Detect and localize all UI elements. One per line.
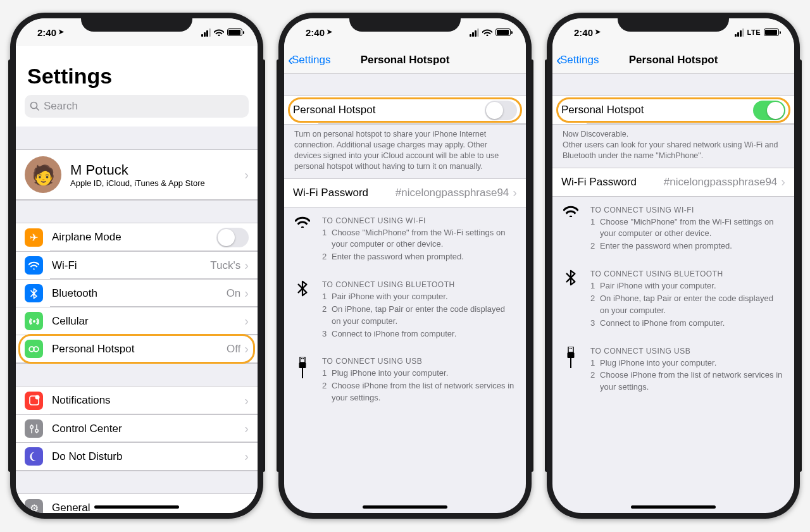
row-value: Off bbox=[227, 343, 240, 356]
hotspot-content: Personal Hotspot Turn on personal hotspo… bbox=[284, 74, 526, 513]
instruction-step: Connect to iPhone from computer. bbox=[600, 318, 725, 330]
row-label: Personal Hotspot bbox=[52, 343, 227, 356]
instruction-step: Pair iPhone with your computer. bbox=[600, 280, 716, 292]
instruction-heading: TO CONNECT USING BLUETOOTH bbox=[322, 280, 516, 289]
battery-icon bbox=[227, 28, 242, 36]
row-value: #nicelongpassphrase94 bbox=[396, 187, 509, 199]
battery-icon bbox=[495, 28, 511, 36]
phone-frame-2: 2:40 ➤ ‹ Settings Personal Hotspot bbox=[278, 13, 532, 519]
svg-rect-15 bbox=[299, 362, 306, 368]
chevron-right-icon: › bbox=[244, 393, 249, 408]
bluetooth-icon bbox=[563, 269, 579, 330]
row-label: Bluetooth bbox=[52, 287, 227, 300]
general-row[interactable]: ⚙︎ General › bbox=[16, 494, 258, 513]
chevron-right-icon: › bbox=[244, 421, 249, 436]
hotspot-toggle-group: Personal Hotspot bbox=[284, 96, 526, 125]
nav-title: Personal Hotspot bbox=[361, 54, 450, 66]
status-time: 2:40 bbox=[37, 27, 56, 38]
phone-frame-3: 2:40 ➤ LTE ‹ Settings Personal Hotspot P… bbox=[547, 13, 800, 519]
notch bbox=[349, 13, 461, 32]
status-time: 2:40 bbox=[306, 27, 325, 38]
chevron-right-icon: › bbox=[244, 258, 249, 273]
chevron-right-icon: › bbox=[781, 175, 785, 189]
cellular-row[interactable]: Cellular › bbox=[16, 307, 258, 335]
hotspot-icon bbox=[25, 340, 43, 358]
svg-rect-17 bbox=[568, 347, 573, 352]
hotspot-toggle[interactable] bbox=[485, 101, 517, 120]
row-label: Personal Hotspot bbox=[561, 104, 753, 116]
instruction-heading: TO CONNECT USING WI-FI bbox=[590, 206, 784, 214]
wifi-instructions: TO CONNECT USING WI-FI 1Choose "MichPhon… bbox=[552, 197, 794, 261]
notch bbox=[618, 13, 729, 32]
bluetooth-instructions: TO CONNECT USING BLUETOOTH 1Pair iPhone … bbox=[284, 271, 526, 348]
wifi-icon bbox=[214, 28, 224, 36]
bluetooth-row[interactable]: Bluetooth On › bbox=[16, 279, 258, 307]
row-label: Wi-Fi Password bbox=[293, 187, 396, 199]
wifi-password-row[interactable]: Wi-Fi Password #nicelongpassphrase94 › bbox=[284, 179, 526, 207]
home-indicator[interactable] bbox=[631, 505, 716, 509]
instruction-step: On iPhone, tap Pair or enter the code di… bbox=[600, 293, 784, 317]
row-label: Wi-Fi bbox=[52, 259, 210, 272]
hotspot-toggle-row[interactable]: Personal Hotspot bbox=[552, 96, 794, 124]
instruction-heading: TO CONNECT USING WI-FI bbox=[322, 216, 516, 225]
dnd-row[interactable]: Do Not Disturb › bbox=[16, 442, 258, 470]
row-label: Wi-Fi Password bbox=[561, 176, 664, 189]
search-icon bbox=[30, 101, 40, 111]
bluetooth-icon bbox=[294, 280, 311, 340]
hotspot-toggle-row[interactable]: Personal Hotspot bbox=[284, 96, 526, 124]
connectivity-group: ✈︎ Airplane Mode Wi-Fi Tuck's › B bbox=[16, 223, 258, 363]
hotspot-footer-note: Now Discoverable. Other users can look f… bbox=[552, 125, 794, 168]
chevron-right-icon: › bbox=[244, 501, 249, 514]
instruction-heading: TO CONNECT USING USB bbox=[322, 357, 516, 366]
notifications-row[interactable]: Notifications › bbox=[16, 387, 258, 414]
instruction-step: Choose "MichPhone" from the Wi-Fi settin… bbox=[600, 216, 784, 240]
wifi-password-group: Wi-Fi Password #nicelongpassphrase94 › bbox=[552, 168, 794, 197]
notifications-icon bbox=[25, 392, 43, 410]
profile-group: 🧑 M Potuck Apple ID, iCloud, iTunes & Ap… bbox=[16, 149, 258, 200]
moon-icon bbox=[25, 447, 43, 466]
location-icon: ➤ bbox=[327, 28, 332, 36]
row-value: #nicelongpassphrase94 bbox=[664, 176, 778, 189]
svg-point-9 bbox=[35, 429, 38, 432]
control-center-row[interactable]: Control Center › bbox=[16, 414, 258, 442]
chevron-right-icon: › bbox=[513, 185, 517, 200]
personal-hotspot-row[interactable]: Personal Hotspot Off › bbox=[16, 335, 258, 362]
airplane-toggle[interactable] bbox=[216, 228, 249, 247]
screen-3: 2:40 ➤ LTE ‹ Settings Personal Hotspot P… bbox=[552, 18, 794, 513]
hotspot-toggle[interactable] bbox=[753, 101, 785, 120]
cell-signal-icon bbox=[470, 28, 479, 37]
profile-name: M Potuck bbox=[70, 162, 244, 178]
svg-rect-18 bbox=[570, 348, 571, 349]
usb-icon bbox=[294, 357, 311, 405]
home-indicator[interactable] bbox=[94, 505, 179, 509]
hotspot-footer-note: Turn on personal hotspot to share your i… bbox=[284, 125, 526, 178]
back-button[interactable]: ‹ Settings bbox=[556, 51, 599, 69]
usb-instructions: TO CONNECT USING USB 1Plug iPhone into y… bbox=[552, 338, 794, 402]
back-button[interactable]: ‹ Settings bbox=[288, 51, 330, 69]
gear-icon: ⚙︎ bbox=[25, 499, 43, 514]
wifi-icon bbox=[482, 28, 492, 36]
instruction-heading: TO CONNECT USING BLUETOOTH bbox=[590, 269, 784, 278]
wifi-row[interactable]: Wi-Fi Tuck's › bbox=[16, 251, 258, 279]
notifications-group: Notifications › Control Center › Do Not … bbox=[16, 386, 258, 471]
airplane-icon: ✈︎ bbox=[25, 228, 43, 247]
location-icon: ➤ bbox=[595, 28, 601, 36]
back-label: Settings bbox=[560, 54, 599, 66]
cell-signal-icon bbox=[735, 28, 744, 37]
search-placeholder: Search bbox=[44, 100, 78, 113]
profile-sub: Apple ID, iCloud, iTunes & App Store bbox=[70, 178, 244, 188]
instruction-step: Connect to iPhone from computer. bbox=[332, 328, 456, 340]
chevron-right-icon: › bbox=[244, 168, 249, 182]
apple-id-row[interactable]: 🧑 M Potuck Apple ID, iCloud, iTunes & Ap… bbox=[16, 150, 258, 199]
search-input[interactable]: Search bbox=[25, 95, 249, 118]
instruction-step: Enter the password when prompted. bbox=[600, 240, 732, 252]
svg-line-1 bbox=[37, 108, 39, 111]
avatar: 🧑 bbox=[25, 156, 61, 193]
wifi-password-row[interactable]: Wi-Fi Password #nicelongpassphrase94 › bbox=[552, 168, 794, 196]
svg-rect-13 bbox=[301, 358, 302, 359]
svg-point-5 bbox=[35, 395, 39, 400]
row-label: Cellular bbox=[52, 315, 244, 328]
location-icon: ➤ bbox=[58, 28, 64, 36]
home-indicator[interactable] bbox=[363, 505, 447, 509]
airplane-mode-row[interactable]: ✈︎ Airplane Mode bbox=[16, 223, 258, 251]
